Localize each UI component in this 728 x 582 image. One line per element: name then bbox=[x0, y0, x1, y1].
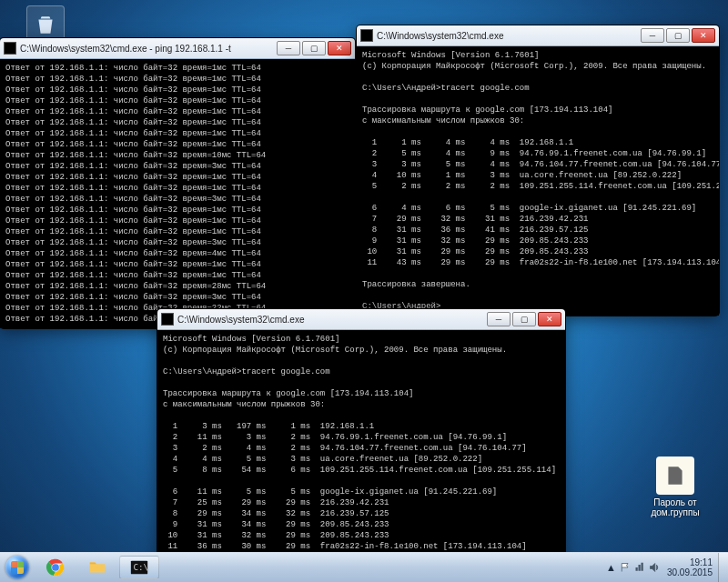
desktop-icon-note[interactable]: Пароль от дом.группы bbox=[642, 457, 708, 517]
cmd-icon bbox=[360, 29, 373, 42]
taskbar-item-explorer[interactable] bbox=[77, 556, 117, 579]
chrome-icon bbox=[46, 557, 66, 577]
clock-date: 30.09.2015 bbox=[667, 567, 713, 577]
terminal-output[interactable]: Microsoft Windows [Version 6.1.7601] (c)… bbox=[357, 46, 719, 316]
close-button[interactable]: ✕ bbox=[692, 28, 715, 43]
folder-icon bbox=[87, 557, 107, 577]
window-title: C:\Windows\system32\cmd.exe bbox=[377, 31, 504, 41]
terminal-output[interactable]: Ответ от 192.168.1.1: число байт=32 врем… bbox=[0, 59, 355, 328]
cmd-window-ping[interactable]: C:\Windows\system32\cmd.exe - ping 192.1… bbox=[0, 38, 355, 328]
clock-time: 19:11 bbox=[667, 557, 713, 567]
minimize-button[interactable]: ─ bbox=[487, 312, 511, 326]
taskbar-item-cmd[interactable]: C:\ bbox=[119, 556, 159, 579]
volume-icon[interactable] bbox=[649, 562, 660, 573]
titlebar[interactable]: C:\Windows\system32\cmd.exe ─ ▢ ✕ bbox=[157, 309, 565, 330]
windows-orb-icon bbox=[5, 556, 29, 579]
terminal-output[interactable]: Microsoft Windows [Version 6.1.7601] (c)… bbox=[157, 330, 565, 582]
flag-icon[interactable] bbox=[620, 562, 631, 573]
svg-text:C:\: C:\ bbox=[134, 562, 149, 572]
cmd-window-tracert-2[interactable]: C:\Windows\system32\cmd.exe ─ ▢ ✕ Micros… bbox=[157, 309, 565, 582]
text-file-icon bbox=[656, 457, 694, 495]
show-desktop-button[interactable] bbox=[718, 553, 728, 582]
desktop-icon-label: Пароль от дом.группы bbox=[642, 497, 708, 517]
maximize-button[interactable]: ▢ bbox=[512, 312, 536, 326]
minimize-button[interactable]: ─ bbox=[277, 41, 300, 55]
cmd-icon: C:\ bbox=[129, 557, 149, 577]
window-title: C:\Windows\system32\cmd.exe - ping 192.1… bbox=[20, 44, 231, 54]
cmd-icon bbox=[161, 313, 174, 326]
close-button[interactable]: ✕ bbox=[328, 41, 351, 55]
close-button[interactable]: ✕ bbox=[538, 312, 561, 326]
titlebar[interactable]: C:\Windows\system32\cmd.exe ─ ▢ ✕ bbox=[357, 25, 719, 46]
titlebar[interactable]: C:\Windows\system32\cmd.exe - ping 192.1… bbox=[0, 38, 355, 59]
taskbar-clock[interactable]: 19:11 30.09.2015 bbox=[663, 557, 713, 577]
cmd-window-tracert-1[interactable]: C:\Windows\system32\cmd.exe ─ ▢ ✕ Micros… bbox=[357, 25, 719, 316]
system-tray: ▲ 19:11 30.09.2015 bbox=[601, 553, 718, 582]
minimize-button[interactable]: ─ bbox=[641, 28, 664, 43]
window-title: C:\Windows\system32\cmd.exe bbox=[177, 315, 305, 325]
maximize-button[interactable]: ▢ bbox=[666, 28, 690, 43]
maximize-button[interactable]: ▢ bbox=[302, 41, 326, 55]
network-icon[interactable] bbox=[634, 562, 645, 573]
taskbar-item-chrome[interactable] bbox=[35, 556, 76, 579]
tray-expand-icon[interactable]: ▲ bbox=[606, 562, 616, 573]
taskbar: C:\ ▲ 19:11 30.09.2015 bbox=[0, 552, 728, 582]
start-button[interactable] bbox=[0, 553, 35, 582]
cmd-icon bbox=[4, 42, 16, 55]
